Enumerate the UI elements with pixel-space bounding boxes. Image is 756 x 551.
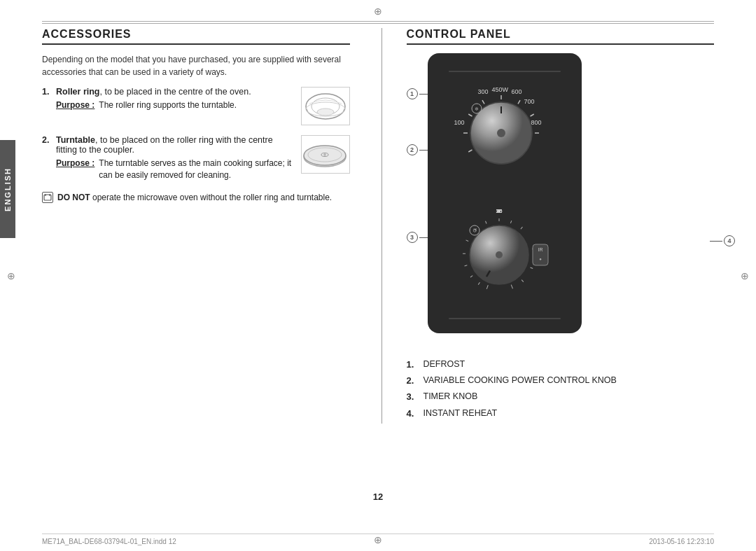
accessories-intro: Depending on the model that you have pur… bbox=[42, 53, 350, 78]
control-panel-title: CONTROL PANEL bbox=[407, 28, 715, 45]
power-knob-svg: ❄ bbox=[449, 83, 561, 174]
turntable-image bbox=[301, 135, 350, 174]
label-4-text: INSTANT REHEAT bbox=[424, 407, 498, 420]
svg-point-24 bbox=[497, 129, 505, 137]
svg-line-57 bbox=[511, 285, 512, 289]
item1-desc: , to be placed in the centre of the oven… bbox=[100, 87, 251, 97]
item1-purpose-text: The roller ring supports the turntable. bbox=[99, 99, 237, 111]
do-not-note: DO NOT operate the microwave oven withou… bbox=[42, 191, 350, 204]
svg-line-45 bbox=[470, 276, 472, 277]
marker-3-circle: 3 bbox=[407, 232, 418, 243]
footer-left: ME71A_BAL-DE68-03794L-01_EN.indd 12 bbox=[42, 538, 176, 545]
control-panel-section: CONTROL PANEL 1 2 3 bbox=[407, 28, 715, 424]
svg-line-13 bbox=[468, 150, 472, 152]
item2-purpose-text: The turntable serves as the main cooking… bbox=[99, 158, 293, 181]
marker-4: 4 bbox=[710, 235, 735, 246]
roller-ring-svg bbox=[304, 90, 347, 123]
accessories-title: ACCESSORIES bbox=[42, 28, 350, 45]
svg-line-48 bbox=[465, 240, 468, 242]
label-2-text: VARIABLE COOKING POWER CONTROL KNOB bbox=[424, 375, 617, 387]
label-1-text: DEFROST bbox=[424, 358, 465, 371]
do-not-text: operate the microwave oven without the r… bbox=[90, 193, 332, 202]
panel-labels-list: 1. DEFROST 2. VARIABLE COOKING POWER CON… bbox=[407, 358, 715, 420]
language-tab: ENGLISH bbox=[0, 140, 15, 238]
svg-line-16 bbox=[482, 100, 484, 104]
timer-knob-area: 0 1 2 3 4 5 6 7 8 9 10 1 bbox=[449, 200, 561, 305]
svg-line-46 bbox=[464, 265, 467, 266]
item1-num: 1. bbox=[42, 87, 53, 97]
svg-line-15 bbox=[468, 114, 472, 116]
item1-title: Roller ring bbox=[56, 87, 100, 97]
accessories-section: ACCESSORIES Depending on the model that … bbox=[42, 28, 357, 424]
item-roller-ring: 1. Roller ring, to be placed in the cent… bbox=[42, 87, 350, 125]
svg-line-18 bbox=[518, 100, 520, 104]
svg-line-19 bbox=[530, 114, 533, 116]
marker-1-circle: 1 bbox=[407, 88, 418, 99]
svg-line-44 bbox=[478, 282, 479, 284]
svg-line-43 bbox=[486, 285, 488, 289]
label-item-2: 2. VARIABLE COOKING POWER CONTROL KNOB bbox=[407, 375, 715, 387]
reg-mark-top: ⊕ bbox=[372, 6, 384, 17]
column-divider bbox=[382, 28, 382, 424]
svg-line-56 bbox=[522, 280, 524, 282]
language-label: ENGLISH bbox=[4, 167, 12, 211]
svg-line-55 bbox=[530, 267, 533, 268]
svg-point-3 bbox=[317, 109, 334, 116]
turntable-svg bbox=[302, 137, 348, 172]
label-item-3: 3. TIMER KNOB bbox=[407, 391, 715, 403]
marker-4-circle: 4 bbox=[724, 235, 735, 246]
svg-line-53 bbox=[520, 227, 522, 229]
footer: ME71A_BAL-DE68-03794L-01_EN.indd 12 2013… bbox=[42, 533, 714, 545]
svg-text:❄: ❄ bbox=[475, 106, 479, 111]
page-content: ACCESSORIES Depending on the model that … bbox=[42, 21, 714, 523]
note-icon bbox=[42, 192, 53, 203]
svg-text:IR: IR bbox=[538, 247, 542, 252]
label-1-num: 1. bbox=[407, 358, 419, 371]
label-item-4: 4. INSTANT REHEAT bbox=[407, 407, 715, 420]
item2-title: Turntable bbox=[56, 135, 95, 145]
roller-ring-image bbox=[301, 87, 350, 125]
footer-right: 2013-05-16 12:23:10 bbox=[649, 538, 714, 545]
do-not-label: DO NOT bbox=[57, 193, 90, 202]
label-4-num: 4. bbox=[407, 407, 419, 420]
label-item-1: 1. DEFROST bbox=[407, 358, 715, 371]
page-number: 12 bbox=[373, 491, 383, 502]
label-3-num: 3. bbox=[407, 391, 419, 403]
timer-knob-svg: 0 1 2 3 4 5 6 7 8 9 10 1 bbox=[449, 200, 561, 305]
svg-text:↺: ↺ bbox=[472, 228, 477, 234]
svg-line-52 bbox=[510, 221, 511, 223]
marker-2-circle: 2 bbox=[407, 144, 418, 155]
power-knob-area: 300 450W 600 700 800 100 bbox=[449, 83, 561, 174]
reg-mark-right: ⊕ bbox=[739, 270, 750, 281]
item2-purpose-label: Purpose : bbox=[56, 158, 94, 181]
svg-text:35: 35 bbox=[496, 208, 502, 214]
svg-point-60 bbox=[496, 251, 503, 258]
reg-mark-left: ⊕ bbox=[6, 270, 17, 281]
microwave-panel: 300 450W 600 700 800 100 bbox=[428, 53, 582, 333]
label-3-text: TIMER KNOB bbox=[424, 391, 478, 403]
panel-illustration: 1 2 3 4 bbox=[428, 53, 715, 347]
label-2-num: 2. bbox=[407, 375, 419, 387]
svg-text:●: ● bbox=[539, 257, 542, 261]
item1-purpose-label: Purpose : bbox=[56, 99, 94, 111]
item-turntable: 2. Turntable, to be placed on the roller… bbox=[42, 135, 350, 181]
item2-num: 2. bbox=[42, 135, 53, 145]
svg-line-50 bbox=[485, 221, 486, 224]
